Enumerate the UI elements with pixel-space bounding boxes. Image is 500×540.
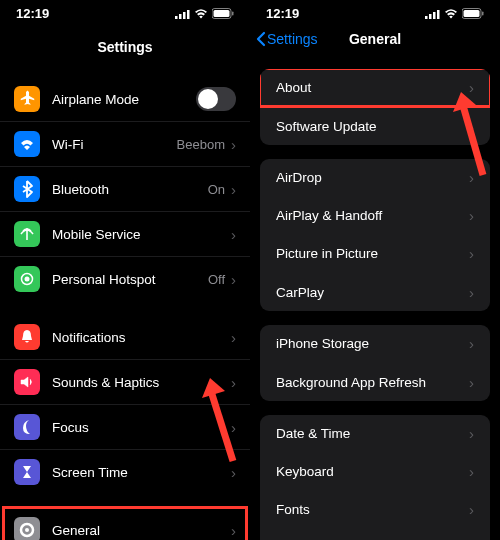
- row-focus[interactable]: Focus›: [0, 405, 250, 450]
- group-about: About›Software Update›: [260, 69, 490, 145]
- antenna-icon: [14, 221, 40, 247]
- row-label: About: [276, 80, 469, 95]
- row-mobile-service[interactable]: Mobile Service›: [0, 212, 250, 257]
- chevron-right-icon: ›: [469, 169, 474, 186]
- group-sharing: AirDrop›AirPlay & Handoff›Picture in Pic…: [260, 159, 490, 311]
- row-language-region[interactable]: Language & Region›: [260, 529, 490, 540]
- chevron-right-icon: ›: [469, 374, 474, 391]
- page-title: Settings: [97, 39, 152, 55]
- battery-icon: [212, 8, 234, 19]
- row-personal-hotspot[interactable]: Personal HotspotOff›: [0, 257, 250, 301]
- status-time: 12:19: [266, 6, 299, 21]
- gear-icon: [14, 517, 40, 540]
- row-airplay-handoff[interactable]: AirPlay & Handoff›: [260, 197, 490, 235]
- row-label: General: [52, 523, 231, 538]
- row-notifications[interactable]: Notifications›: [0, 315, 250, 360]
- svg-rect-5: [214, 10, 230, 17]
- signal-icon: [425, 9, 440, 19]
- detail-text: On: [208, 182, 225, 197]
- battery-icon: [462, 8, 484, 19]
- chevron-right-icon: ›: [469, 118, 474, 135]
- section-connectivity: Airplane ModeWi-FiBeebom›BluetoothOn›Mob…: [0, 77, 250, 301]
- hotspot-icon: [14, 266, 40, 292]
- settings-screen: 12:19 Settings Airplane ModeWi-FiBeebom›…: [0, 0, 250, 540]
- chevron-right-icon: ›: [469, 245, 474, 262]
- row-sounds-haptics[interactable]: Sounds & Haptics›: [0, 360, 250, 405]
- signal-icon: [175, 9, 190, 19]
- page-title: General: [349, 31, 401, 47]
- row-iphone-storage[interactable]: iPhone Storage›: [260, 325, 490, 363]
- chevron-right-icon: ›: [231, 374, 236, 391]
- nav-bar: Settings: [0, 31, 250, 63]
- row-label: AirDrop: [276, 170, 469, 185]
- row-airplane-mode[interactable]: Airplane Mode: [0, 77, 250, 122]
- row-label: Focus: [52, 420, 231, 435]
- svg-rect-33: [437, 10, 440, 19]
- row-about[interactable]: About›: [260, 69, 490, 107]
- detail-text: Off: [208, 272, 225, 287]
- chevron-left-icon: [256, 31, 266, 47]
- chevron-right-icon: ›: [469, 425, 474, 442]
- back-label: Settings: [267, 31, 318, 47]
- row-label: Picture in Picture: [276, 246, 469, 261]
- row-label: AirPlay & Handoff: [276, 208, 469, 223]
- chevron-right-icon: ›: [231, 464, 236, 481]
- chevron-right-icon: ›: [231, 522, 236, 539]
- row-bg-app-refresh[interactable]: Background App Refresh›: [260, 363, 490, 401]
- group-storage: iPhone Storage›Background App Refresh›: [260, 325, 490, 401]
- speaker-icon: [14, 369, 40, 395]
- svg-point-10: [25, 528, 29, 532]
- chevron-right-icon: ›: [469, 284, 474, 301]
- svg-rect-30: [425, 16, 428, 19]
- svg-rect-35: [464, 10, 480, 17]
- group-locale: Date & Time›Keyboard›Fonts›Language & Re…: [260, 415, 490, 540]
- svg-rect-6: [232, 12, 234, 16]
- row-bluetooth[interactable]: BluetoothOn›: [0, 167, 250, 212]
- toggle[interactable]: [196, 87, 236, 111]
- row-label: Date & Time: [276, 426, 469, 441]
- row-airdrop[interactable]: AirDrop›: [260, 159, 490, 197]
- svg-rect-3: [187, 10, 190, 19]
- chevron-right-icon: ›: [231, 419, 236, 436]
- wifi-icon: [14, 131, 40, 157]
- row-label: Notifications: [52, 330, 231, 345]
- detail-text: Beebom: [177, 137, 225, 152]
- row-label: Screen Time: [52, 465, 231, 480]
- status-icons: [425, 8, 484, 19]
- row-wifi[interactable]: Wi-FiBeebom›: [0, 122, 250, 167]
- status-time: 12:19: [16, 6, 49, 21]
- row-carplay[interactable]: CarPlay›: [260, 273, 490, 311]
- svg-point-7: [25, 277, 30, 282]
- row-label: iPhone Storage: [276, 336, 469, 351]
- row-label: Airplane Mode: [52, 92, 196, 107]
- section-general: General›Control Centre›Action Button›Dis…: [0, 508, 250, 540]
- row-software-update[interactable]: Software Update›: [260, 107, 490, 145]
- chevron-right-icon: ›: [469, 501, 474, 518]
- row-pip[interactable]: Picture in Picture›: [260, 235, 490, 273]
- section-notifications: Notifications›Sounds & Haptics›Focus›Scr…: [0, 315, 250, 494]
- bt-icon: [14, 176, 40, 202]
- row-keyboard[interactable]: Keyboard›: [260, 453, 490, 491]
- row-label: Personal Hotspot: [52, 272, 208, 287]
- chevron-right-icon: ›: [231, 136, 236, 153]
- row-fonts[interactable]: Fonts›: [260, 491, 490, 529]
- row-label: Bluetooth: [52, 182, 208, 197]
- row-label: Background App Refresh: [276, 375, 469, 390]
- row-screen-time[interactable]: Screen Time›: [0, 450, 250, 494]
- hourglass-icon: [14, 459, 40, 485]
- row-general[interactable]: General›: [0, 508, 250, 540]
- status-bar: 12:19: [0, 0, 250, 23]
- row-date-time[interactable]: Date & Time›: [260, 415, 490, 453]
- row-label: CarPlay: [276, 285, 469, 300]
- chevron-right-icon: ›: [231, 181, 236, 198]
- moon-icon: [14, 414, 40, 440]
- back-button[interactable]: Settings: [256, 31, 318, 47]
- row-label: Fonts: [276, 502, 469, 517]
- row-label: Keyboard: [276, 464, 469, 479]
- chevron-right-icon: ›: [231, 226, 236, 243]
- svg-rect-0: [175, 16, 178, 19]
- wifi-status-icon: [444, 9, 458, 19]
- svg-rect-32: [433, 12, 436, 19]
- bell-icon: [14, 324, 40, 350]
- wifi-status-icon: [194, 9, 208, 19]
